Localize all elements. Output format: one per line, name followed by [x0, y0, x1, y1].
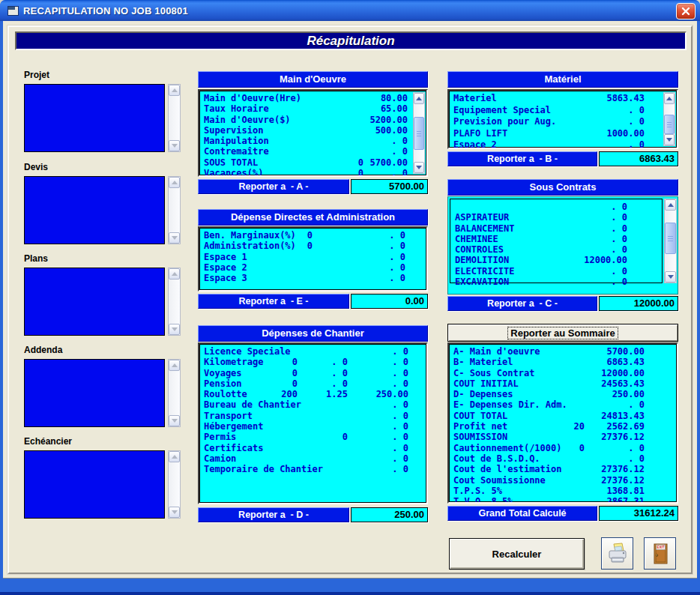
- list-row[interactable]: Supervision500.00: [201, 125, 412, 136]
- scroll-down-button[interactable]: [169, 140, 180, 151]
- list-row[interactable]: Temporaire de Chantier. 0: [201, 464, 425, 474]
- scroll-down-button[interactable]: [169, 507, 180, 518]
- list-row[interactable]: Cautionnement(/1000)0. 0: [450, 443, 675, 453]
- projet-scrollbar[interactable]: [168, 84, 181, 152]
- list-row[interactable]: Camion. 0: [201, 453, 425, 464]
- scrollbar-track[interactable]: [664, 104, 675, 134]
- list-row[interactable]: Manipulation. 0: [201, 136, 412, 146]
- scroll-up-button[interactable]: [665, 199, 676, 211]
- materiel-scrollbar[interactable]: [663, 92, 675, 146]
- list-row[interactable]: C- Sous Contrat12000.00: [450, 368, 675, 378]
- list-row[interactable]: B- Materiel6863.43: [450, 357, 675, 367]
- list-row[interactable]: Transport. 0: [201, 411, 425, 421]
- row-value: . 0: [392, 411, 408, 421]
- list-row[interactable]: T.P.S. 5%1368.81: [450, 486, 675, 496]
- devis-box[interactable]: [24, 176, 165, 244]
- titlebar[interactable]: RECAPITULATION NO JOB 100801: [0, 0, 700, 21]
- list-row[interactable]: ELECTRICITE. 0: [452, 266, 660, 277]
- scroll-down-button[interactable]: [664, 134, 675, 145]
- list-row[interactable]: Equipement Special. 0: [450, 105, 663, 117]
- scrollbar-track[interactable]: [169, 371, 180, 415]
- list-row[interactable]: Materiel5863.43: [450, 93, 663, 105]
- reporter-au-sommaire-button[interactable]: Reporter au Sommaire: [447, 324, 678, 342]
- list-row[interactable]: Roulotte2001.25250.00: [201, 389, 425, 399]
- addenda-scrollbar[interactable]: [168, 359, 181, 427]
- list-row[interactable]: ASPIRATEUR. 0: [452, 212, 660, 223]
- list-row[interactable]: Hébergement. 0: [201, 421, 425, 432]
- scrollbar-track[interactable]: [665, 211, 676, 271]
- list-row[interactable]: COUT INITIAL24563.43: [450, 378, 675, 389]
- scroll-up-button[interactable]: [169, 360, 180, 371]
- list-row[interactable]: Voyages0. 0. 0: [201, 368, 425, 378]
- list-row[interactable]: D- Depenses250.00: [450, 389, 675, 399]
- close-button[interactable]: [676, 3, 696, 19]
- projet-box[interactable]: [24, 84, 165, 152]
- list-row[interactable]: Main d'Oeuvre(Hre)80.00: [201, 93, 412, 103]
- list-row[interactable]: CHEMINEE. 0: [452, 234, 660, 244]
- scroll-down-button[interactable]: [169, 324, 180, 335]
- addenda-box[interactable]: [24, 359, 165, 427]
- sous-contrats-scrollbar[interactable]: [664, 199, 677, 283]
- scroll-up-button[interactable]: [169, 177, 180, 188]
- list-row[interactable]: Licence Speciale. 0: [201, 346, 425, 357]
- scrollbar-thumb[interactable]: [664, 115, 675, 134]
- list-row[interactable]: Cout Soumissionne27376.12: [450, 475, 675, 486]
- echeancier-scrollbar[interactable]: [168, 450, 181, 519]
- list-row[interactable]: Pension0. 0. 0: [201, 378, 425, 389]
- list-row[interactable]: Certificats. 0: [201, 443, 425, 453]
- list-row[interactable]: DEMOLITION12000.00: [452, 255, 660, 265]
- list-row[interactable]: CONTROLES. 0: [452, 244, 660, 255]
- scroll-up-button[interactable]: [169, 451, 180, 462]
- list-row[interactable]: Administration(%)0. 0: [201, 241, 425, 251]
- list-row[interactable]: Espace 2. 0: [450, 139, 663, 149]
- scroll-down-button[interactable]: [169, 415, 180, 426]
- list-row[interactable]: Espace 3. 0: [201, 273, 425, 283]
- main-doeuvre-scrollbar[interactable]: [413, 92, 425, 174]
- list-row[interactable]: EXCAVATION. 0: [452, 277, 660, 287]
- print-button[interactable]: [601, 537, 633, 570]
- list-row[interactable]: A- Main d'oeuvre5700.00: [450, 346, 675, 357]
- list-row[interactable]: Cout de B.S.D.Q.. 0: [450, 453, 675, 464]
- list-row[interactable]: Espace 1. 0: [201, 252, 425, 262]
- scrollbar-thumb[interactable]: [414, 117, 424, 150]
- scrollbar-track[interactable]: [169, 188, 180, 232]
- list-row[interactable]: Prevision pour Aug.. 0: [450, 116, 663, 128]
- scroll-up-button[interactable]: [664, 93, 675, 104]
- list-row[interactable]: E- Depenses Dir. Adm.. 0: [450, 399, 675, 410]
- plans-box[interactable]: [24, 268, 165, 336]
- list-row[interactable]: SOUS TOTAL05700.00: [201, 157, 412, 168]
- scroll-down-button[interactable]: [169, 232, 180, 244]
- scrollbar-thumb[interactable]: [665, 223, 676, 254]
- list-row[interactable]: Cout de l'estimation27376.12: [450, 464, 675, 474]
- scroll-down-button[interactable]: [665, 271, 676, 283]
- scroll-up-button[interactable]: [169, 268, 180, 280]
- list-row[interactable]: COUT TOTAL24813.43: [450, 411, 675, 421]
- list-row[interactable]: Espace 2. 0: [201, 262, 425, 273]
- list-row[interactable]: BALANCEMENT. 0: [452, 223, 660, 234]
- scroll-up-button[interactable]: [169, 85, 180, 96]
- echeancier-box[interactable]: [24, 450, 165, 519]
- list-row[interactable]: PLAFO LIFT1000.00: [450, 128, 663, 140]
- scrollbar-track[interactable]: [169, 96, 180, 140]
- scrollbar-track[interactable]: [169, 462, 180, 507]
- plans-scrollbar[interactable]: [168, 268, 181, 336]
- devis-scrollbar[interactable]: [168, 176, 181, 244]
- scroll-down-button[interactable]: [414, 162, 424, 173]
- list-row[interactable]: T.V.Q. 8.5%2867.31: [450, 496, 675, 504]
- recalculer-button[interactable]: Recalculer: [449, 538, 585, 570]
- list-row[interactable]: Vacances(%)0. 0: [201, 168, 412, 177]
- list-row[interactable]: Taux Horaire65.00: [201, 103, 412, 114]
- list-row[interactable]: Kilometrage0. 0. 0: [201, 357, 425, 367]
- exit-button[interactable]: EXIT: [644, 537, 676, 570]
- scrollbar-track[interactable]: [414, 104, 424, 162]
- list-row[interactable]: Contremaître. 0: [201, 146, 412, 157]
- list-row[interactable]: . 0: [452, 202, 660, 212]
- scrollbar-track[interactable]: [169, 280, 180, 324]
- list-row[interactable]: SOUMISSION27376.12: [450, 432, 675, 442]
- list-row[interactable]: Bureau de Chantier. 0: [201, 399, 425, 410]
- scroll-up-button[interactable]: [414, 93, 424, 104]
- list-row[interactable]: Permis0. 0: [201, 432, 425, 442]
- list-row[interactable]: Ben. Marginaux(%)0. 0: [201, 230, 425, 241]
- list-row[interactable]: Main d'Oeuvre($)5200.00: [201, 115, 412, 125]
- list-row[interactable]: Profit net202562.69: [450, 421, 675, 432]
